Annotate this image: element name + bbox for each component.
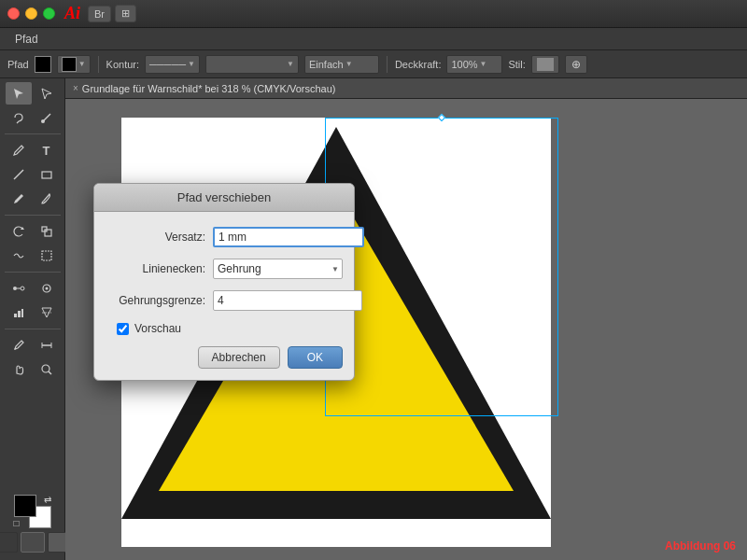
tool-row-9 (6, 301, 60, 324)
stroke-style-dropdown[interactable]: Einfach ▼ (304, 55, 379, 74)
svg-point-17 (14, 348, 16, 350)
stroke-color-dropdown[interactable]: ▼ (57, 55, 91, 74)
canvas-area[interactable]: × Grundlage für Warnschild* bei 318 % (C… (65, 78, 747, 560)
hand-tool[interactable] (6, 358, 32, 381)
titlebar: Ai Br ⊞ (0, 0, 747, 28)
cancel-button[interactable]: Abbrechen (198, 346, 280, 369)
minimize-button[interactable] (25, 7, 37, 20)
gehrungsgrenze-input[interactable] (213, 290, 362, 311)
column-graph-tool[interactable] (6, 301, 32, 324)
stil-label: Stil: (508, 59, 525, 70)
svg-point-1 (41, 119, 45, 123)
tool-row-3: T (6, 139, 60, 161)
tool-row-11 (6, 358, 60, 381)
br-button[interactable]: Br (88, 6, 111, 22)
ok-button[interactable]: OK (288, 346, 343, 369)
dialog-title: Pfad verschieben (94, 184, 354, 212)
svg-rect-14 (18, 311, 21, 317)
toolbar: Pfad ▼ Kontur: ───── ▼ ▼ Einfach ▼ Deckk… (0, 50, 747, 78)
linienecken-select[interactable]: Gehrung Rund Abgeflacht (213, 259, 343, 279)
pen-tool[interactable] (6, 139, 32, 161)
pfad-verschieben-dialog: Pfad verschieben Versatz: Linienecken: G… (93, 183, 355, 381)
pencil-tool[interactable] (6, 188, 32, 210)
fg-bg-swatches: ⇄ □ (14, 495, 51, 528)
swap-colors-icon[interactable]: ⇄ (44, 495, 51, 505)
svg-rect-15 (21, 309, 23, 317)
linienecken-row: Linienecken: Gehrung Rund Abgeflacht ▼ (106, 259, 343, 279)
foreground-swatch[interactable] (14, 495, 36, 517)
normal-mode[interactable] (0, 532, 18, 553)
lasso-tool[interactable] (6, 106, 32, 129)
extra-btn[interactable]: ⊕ (565, 55, 587, 74)
magic-wand-tool[interactable] (34, 106, 60, 129)
deckkraft-dropdown[interactable]: 100% ▼ (446, 55, 502, 74)
tool-row-10 (6, 334, 60, 357)
view-button[interactable]: ⊞ (115, 5, 136, 22)
tool-row-1 (6, 82, 60, 105)
reset-colors-icon[interactable]: □ (14, 518, 20, 528)
behind-mode[interactable] (21, 532, 45, 553)
svg-rect-13 (14, 314, 17, 317)
menu-pfad[interactable]: Pfad (7, 31, 46, 48)
tool-row-2 (6, 106, 60, 129)
gehrungsgrenze-label: Gehrungsgrenze: (106, 294, 213, 307)
stroke-width-dropdown[interactable]: ▼ (205, 55, 299, 74)
dialog-buttons: Abbrechen OK (106, 346, 343, 369)
preview-label: Vorschau (134, 322, 181, 335)
shape-tool[interactable] (34, 163, 60, 186)
tool-separator-3 (5, 272, 61, 273)
svg-point-21 (42, 365, 49, 372)
brush-tool[interactable] (34, 188, 60, 210)
maximize-button[interactable] (43, 7, 55, 20)
svg-point-9 (21, 287, 24, 290)
kontur-dropdown[interactable]: ───── ▼ (145, 55, 200, 74)
tool-separator-2 (5, 215, 61, 216)
canvas-content[interactable]: Abbildung 06 Pfad verschieben Versatz: L… (65, 99, 747, 560)
close-button[interactable] (7, 7, 20, 20)
separator (98, 56, 99, 73)
direct-select-tool[interactable] (34, 82, 60, 105)
blend-tool[interactable] (6, 277, 32, 300)
tab-bar: × Grundlage für Warnschild* bei 318 % (C… (65, 78, 747, 99)
scale-tool[interactable] (34, 220, 60, 243)
tool-separator-4 (5, 329, 61, 329)
tool-separator-1 (5, 133, 61, 134)
svg-point-12 (45, 287, 48, 290)
slice-tool[interactable] (34, 301, 60, 324)
tools-panel: T (0, 78, 65, 560)
fill-swatch[interactable] (35, 56, 51, 73)
svg-rect-5 (45, 230, 51, 236)
stroke-dropdown-arrow: ▼ (78, 60, 86, 68)
gehrungsgrenze-row: Gehrungsgrenze: (106, 290, 343, 311)
kontur-dropdown-arrow: ▼ (188, 60, 195, 68)
rotate-tool[interactable] (6, 220, 32, 243)
free-transform-tool[interactable] (34, 245, 60, 267)
line-tool[interactable] (6, 163, 32, 186)
preview-checkbox[interactable] (117, 323, 129, 335)
tab-title: Grundlage für Warnschild* bei 318 % (CMY… (82, 83, 336, 94)
linienecken-select-wrapper: Gehrung Rund Abgeflacht ▼ (213, 259, 343, 279)
select-tool[interactable] (6, 82, 32, 105)
stil-dropdown[interactable] (531, 55, 559, 74)
traffic-lights (7, 7, 55, 20)
tool-row-6 (6, 220, 60, 243)
eyedropper-tool[interactable] (6, 334, 32, 357)
tool-row-4 (6, 163, 60, 186)
tool-row-7 (6, 245, 60, 267)
svg-line-22 (49, 371, 51, 374)
type-tool[interactable]: T (34, 139, 60, 161)
linienecken-label: Linienecken: (106, 262, 213, 275)
tool-row-5 (6, 188, 60, 210)
abbildung-label: Abbildung 06 (665, 539, 736, 553)
menubar: Pfad (0, 28, 747, 50)
dialog-body: Versatz: Linienecken: Gehrung Rund Abgef… (94, 212, 354, 380)
preview-row: Vorschau (106, 322, 343, 335)
versatz-input[interactable] (213, 227, 364, 247)
symbol-tool[interactable] (34, 277, 60, 300)
tab-close-button[interactable]: × (73, 83, 78, 93)
zoom-tool[interactable] (34, 358, 60, 381)
warp-tool[interactable] (6, 245, 32, 267)
toolbar-pfad-label: Pfad (7, 59, 29, 70)
measure-tool[interactable] (34, 334, 60, 357)
svg-rect-7 (42, 251, 51, 260)
